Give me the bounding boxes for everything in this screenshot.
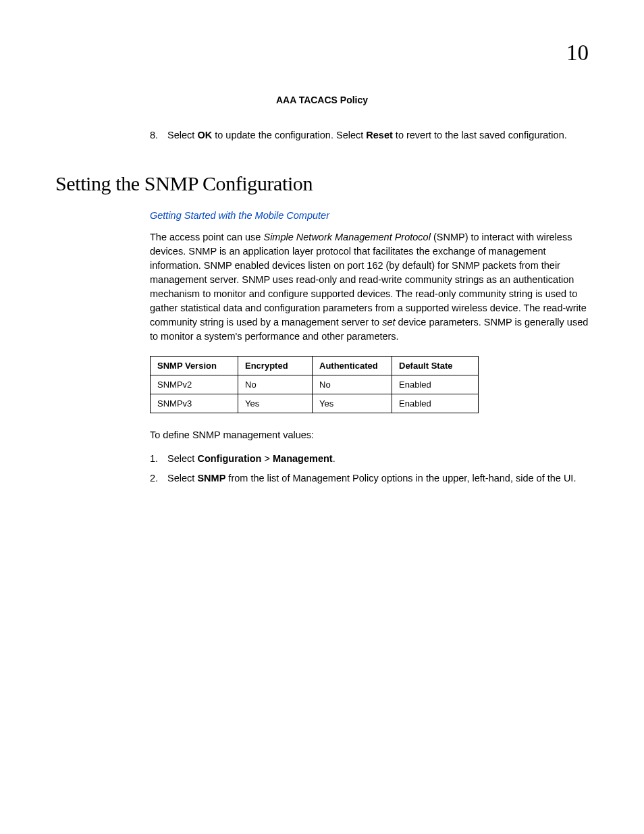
step-text: Select Configuration > Management. xyxy=(167,452,589,466)
step-8: 8. Select OK to update the configuration… xyxy=(150,128,589,142)
step-number: 2. xyxy=(150,471,158,486)
section-heading: Setting the SNMP Configuration xyxy=(55,172,589,195)
text-fragment: to update the configuration. Select xyxy=(212,130,366,140)
text-fragment: to revert to the last saved configuratio… xyxy=(393,130,567,140)
chapter-number: 10 xyxy=(566,41,589,66)
step-number: 8. xyxy=(150,128,158,142)
step-2: 2. Select SNMP from the list of Manageme… xyxy=(150,471,589,486)
text-fragment: Select xyxy=(167,453,197,464)
italic-term: Simple Network Management Protocol xyxy=(263,232,430,242)
table-header: SNMP Version xyxy=(151,357,238,375)
table-row: SNMPv3 Yes Yes Enabled xyxy=(151,394,479,413)
step-text: Select OK to update the configuration. S… xyxy=(167,128,589,142)
text-fragment: Select xyxy=(167,473,197,484)
table-row: SNMPv2 No No Enabled xyxy=(151,375,479,394)
cross-reference-link[interactable]: Getting Started with the Mobile Computer xyxy=(150,210,589,221)
ok-label: OK xyxy=(197,130,212,140)
table-cell: No xyxy=(313,375,392,394)
table-cell: Yes xyxy=(313,394,392,413)
body-paragraph: The access point can use Simple Network … xyxy=(150,230,589,344)
table-cell: Enabled xyxy=(392,375,479,394)
text-fragment: > xyxy=(261,453,273,464)
text-fragment: from the list of Management Policy optio… xyxy=(225,473,576,484)
table-cell: Enabled xyxy=(392,394,479,413)
table-cell: No xyxy=(238,375,313,394)
text-fragment: . xyxy=(333,453,336,464)
bold-term: Management xyxy=(273,453,333,464)
bold-term: SNMP xyxy=(197,473,225,484)
text-fragment: (SNMP) to interact with wireless devices… xyxy=(150,232,587,328)
page-content: AAA TACACS Policy 8. Select OK to update… xyxy=(55,95,589,486)
italic-term: set xyxy=(382,317,395,328)
table-header: Authenticated xyxy=(313,357,392,375)
step-1: 1. Select Configuration > Management. xyxy=(150,452,589,466)
text-fragment: Select xyxy=(167,130,197,140)
table-header: Encrypted xyxy=(238,357,313,375)
table-header: Default State xyxy=(392,357,479,375)
text-fragment: The access point can use xyxy=(150,232,263,242)
step-number: 1. xyxy=(150,452,158,466)
reset-label: Reset xyxy=(366,130,393,140)
table-header-row: SNMP Version Encrypted Authenticated Def… xyxy=(151,357,479,375)
table-cell: SNMPv3 xyxy=(151,394,238,413)
bold-term: Configuration xyxy=(197,453,261,464)
snmp-table: SNMP Version Encrypted Authenticated Def… xyxy=(150,356,479,413)
table-cell: Yes xyxy=(238,394,313,413)
step-text: Select SNMP from the list of Management … xyxy=(167,471,589,486)
figure-caption: AAA TACACS Policy xyxy=(55,95,589,105)
table-cell: SNMPv2 xyxy=(151,375,238,394)
body-paragraph: To define SNMP management values: xyxy=(150,428,589,442)
